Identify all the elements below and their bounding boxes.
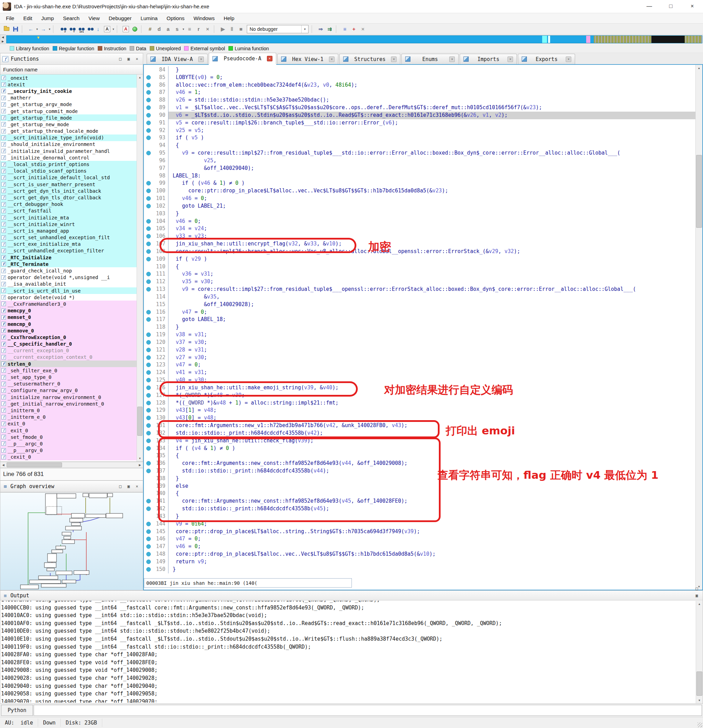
code-line[interactable]: 99 if ( (v46 & 1) ≠ 0 ) (144, 179, 695, 187)
breakpoint-dot-icon[interactable] (146, 249, 151, 254)
function-row[interactable]: f__current_exception_0 (0, 347, 137, 354)
function-row[interactable]: f__scrt_initialize_mta (0, 214, 137, 221)
functions-column-header[interactable]: Function name (0, 65, 143, 75)
code-line[interactable]: 93 if ( v5 ) (144, 134, 695, 142)
breakpoint-dot-icon[interactable] (146, 386, 151, 390)
function-row[interactable]: f__scrt_initialize_type_info(void) (0, 134, 137, 141)
function-row[interactable]: f_RTC_Initialize (0, 254, 137, 261)
breakpoint-dot-icon[interactable] (146, 257, 151, 261)
code-line[interactable]: 121 v28 = v31; (144, 346, 695, 354)
undefine-icon[interactable]: × (204, 25, 212, 33)
code-line[interactable]: 120 v37 = v30; (144, 339, 695, 346)
tab-close-icon[interactable]: × (267, 56, 273, 61)
code-line[interactable]: 111 v36 = v31; (144, 270, 695, 278)
breakpoint-dot-icon[interactable] (146, 370, 151, 375)
breakpoint-dot-icon[interactable] (146, 461, 151, 465)
pseudocode-scrollbar[interactable]: ▲ ▼ (695, 65, 702, 590)
tab-enums[interactable]: Enums× (401, 54, 459, 64)
breakpoint-dot-icon[interactable] (146, 408, 151, 413)
breakpoint-dot-icon[interactable] (146, 181, 151, 185)
make-name-icon[interactable]: a (164, 25, 172, 33)
function-row[interactable]: f_get_initial_narrow_environment_0 (0, 400, 137, 407)
navband-track[interactable]: ▼ (6, 35, 702, 43)
breakpoint-dot-icon[interactable] (146, 522, 151, 526)
add-breakpoint-icon[interactable]: + (350, 25, 358, 33)
breakpoint-dot-icon[interactable] (146, 136, 151, 140)
breakpoint-dot-icon[interactable] (146, 310, 151, 315)
scrollbar-thumb[interactable] (137, 407, 143, 436)
breakpoint-dot-icon[interactable] (146, 317, 151, 322)
menu-file[interactable]: File (1, 13, 19, 23)
function-row[interactable]: f_initterm_0 (0, 407, 137, 413)
menu-lumina[interactable]: Lumina (136, 13, 162, 23)
scroll-up-icon[interactable]: ▲ (696, 65, 702, 71)
function-row[interactable]: f__scrt_is_managed_app (0, 227, 137, 234)
function-row[interactable]: f_cexit_0 (0, 454, 137, 460)
rename-caret-icon[interactable]: ▾ (112, 27, 115, 31)
function-row[interactable]: f_set_app_type_0 (0, 374, 137, 380)
function-row[interactable]: f__CxxFrameHandler3_0 (0, 300, 137, 307)
breakpoint-dot-icon[interactable] (146, 90, 151, 95)
function-row[interactable]: f__crt_debugger_hook (0, 201, 137, 208)
breakpoint-dot-icon[interactable] (146, 393, 151, 398)
open-file-icon[interactable] (3, 25, 11, 33)
function-row[interactable]: f_initialize_invalid_parameter_handl (0, 148, 137, 154)
function-row[interactable]: f__scrt_fastfail (0, 208, 137, 214)
code-line[interactable]: 88 v26 = std::io::stdio::stdin::h5e3e37b… (144, 96, 695, 104)
debug-pause-icon[interactable]: ‖ (228, 25, 236, 33)
function-row[interactable]: f__scrt_unhandled_exception_filter (0, 247, 137, 254)
python-input[interactable] (34, 705, 702, 716)
function-row[interactable]: f_get_startup_commit_mode (0, 108, 137, 114)
code-line[interactable]: 113 v9 = core::result::impl$27::from_res… (144, 286, 695, 293)
graph-maximize-icon[interactable]: □ (117, 483, 124, 490)
function-row[interactable]: fstrlen_0 (0, 361, 137, 367)
breakpoint-dot-icon[interactable] (146, 189, 151, 193)
functions-maximize-icon[interactable]: □ (117, 55, 124, 62)
function-row[interactable]: fatexit (0, 81, 137, 88)
breakpoint-dot-icon[interactable] (146, 121, 151, 125)
breakpoint-dot-icon[interactable] (146, 544, 151, 549)
functions-scrollbar[interactable]: ▲ ▼ (137, 75, 143, 461)
breakpoint-dot-icon[interactable] (146, 219, 151, 224)
code-line[interactable]: 116 v47 = 0; (144, 309, 695, 316)
search-binary-icon[interactable]: # (58, 25, 66, 33)
code-line[interactable]: 92 v25 = v5; (144, 127, 695, 134)
code-line[interactable]: 119 v38 = v31; (144, 331, 695, 339)
menu-jump[interactable]: Jump (37, 13, 59, 23)
output-float-icon[interactable]: ▣ (693, 592, 700, 599)
breakpoint-dot-icon[interactable] (146, 226, 151, 231)
breakpoint-dot-icon[interactable] (146, 128, 151, 133)
function-row[interactable]: fmemmove_0 (0, 327, 137, 334)
make-code-icon[interactable]: # (146, 25, 154, 33)
code-line[interactable]: 101 v46 = 0; (144, 195, 695, 202)
function-row[interactable]: f__isa_available_init (0, 281, 137, 287)
code-line[interactable]: 100 core::ptr::drop_in_place$LT$alloc..v… (144, 187, 695, 195)
tab-ida-view-a[interactable]: IDA View-A× (147, 54, 208, 64)
function-row[interactable]: f__current_exception_context_0 (0, 354, 137, 361)
function-row[interactable]: f__scrt_is_user_matherr_present (0, 181, 137, 188)
scrollbar-thumb[interactable] (696, 672, 702, 696)
code-line[interactable]: 95 v9 = core::result::impl$27::from_resi… (144, 149, 695, 157)
tab-exports[interactable]: Exports× (518, 54, 575, 64)
code-line[interactable]: 128 *((_QWORD *)&v48 + 1) = alloc::strin… (144, 399, 695, 407)
function-row[interactable]: f_set_fmode_0 (0, 434, 137, 440)
debug-run-icon[interactable]: ▶ (219, 25, 227, 33)
function-row[interactable]: f__local_stdio_scanf_options (0, 168, 137, 174)
code-line[interactable]: 112 v35 = v30; (144, 278, 695, 286)
scroll-down-icon[interactable]: ▼ (137, 455, 143, 461)
debug-stop-icon[interactable]: ■ (237, 25, 245, 33)
menu-search[interactable]: Search (59, 13, 84, 23)
menu-options[interactable]: Options (162, 13, 189, 23)
breakpoint-dot-icon[interactable] (146, 469, 151, 473)
graph-overview-canvas[interactable] (0, 492, 143, 590)
scrollbar-thumb[interactable] (7, 462, 62, 467)
breakpoint-dot-icon[interactable] (146, 529, 151, 534)
code-line[interactable]: 89 v1 = _$LT$alloc..vec..Vec$LT$T$C$A$GT… (144, 104, 695, 112)
code-line[interactable]: 150} (144, 566, 695, 573)
code-line[interactable]: 104 v46 = 0; (144, 218, 695, 225)
code-line[interactable]: 96 v25, (144, 157, 695, 165)
breakpoint-dot-icon[interactable] (146, 242, 151, 246)
function-row[interactable]: f__scrt_initialize_winrt (0, 221, 137, 227)
breakpoint-dot-icon[interactable] (146, 363, 151, 367)
breakpoint-dot-icon[interactable] (146, 446, 151, 451)
